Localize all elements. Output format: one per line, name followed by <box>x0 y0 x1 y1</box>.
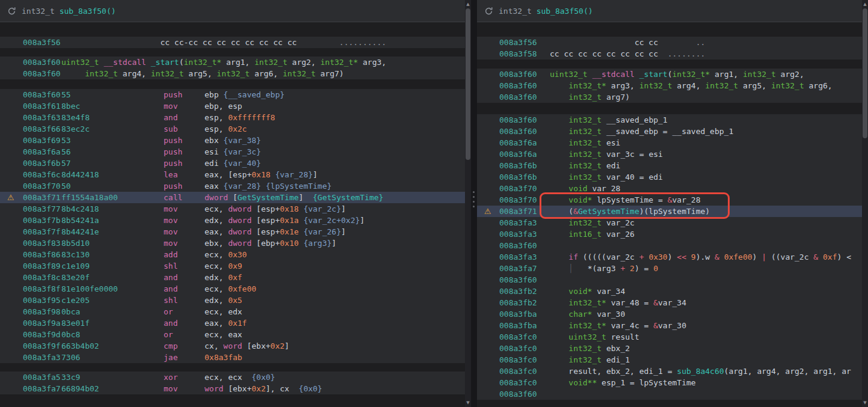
variable-token[interactable]: {arg3} <box>303 239 331 248</box>
address[interactable]: 008a3f95 <box>23 295 61 306</box>
scroll-up-arrow[interactable]: ▲ <box>465 1 471 8</box>
disasm-row[interactable]: 008a3f8f81e100fe0000andecx, 0xfe00 <box>0 283 471 295</box>
code-row[interactable]: 008a3f60 <box>477 388 868 400</box>
scroll-down-arrow[interactable]: ▼ <box>862 399 868 406</box>
address[interactable]: 008a3f6a <box>499 137 538 148</box>
disasm-row[interactable]: 008a3f7b8b54241amovedx, dword [esp+0x1a … <box>0 215 471 226</box>
code-row[interactable]: 008a3fc0 int32_t edi_1 <box>477 354 868 366</box>
code-row[interactable]: 008a3f6a int32_t esi <box>477 137 868 148</box>
address[interactable]: 008a3f6b <box>499 160 538 171</box>
address[interactable]: 008a3f60 <box>499 69 538 80</box>
address[interactable]: 008a3f70 <box>499 194 538 206</box>
disasm-row[interactable]: 008a3f980bcaorecx, edx <box>0 306 471 317</box>
address[interactable]: 008a3f60 <box>499 240 538 251</box>
address[interactable]: 008a3f83 <box>23 237 61 249</box>
disasm-row[interactable]: 008a3f7050pusheax {var_28} {lpSystemTime… <box>0 180 471 192</box>
mnemonic[interactable]: or <box>164 306 205 317</box>
disasm-row[interactable]: 008a3f6953pushebx {var_38} <box>0 135 471 146</box>
code-row[interactable]: 008a3f56 cc cc-cc cc cc cc cc cc cc cc .… <box>0 37 471 48</box>
disasm-row[interactable]: 008a3f9d0bc8orecx, eax <box>0 329 471 340</box>
disasm-row[interactable]: 008a3f6383e4f8andesp, 0xfffffff8 <box>0 112 471 123</box>
function-name[interactable]: sub_8a3f50() <box>60 7 116 16</box>
mnemonic[interactable]: shl <box>164 260 205 272</box>
address[interactable]: 008a3f70 <box>499 183 538 194</box>
address[interactable]: 008a3fa3 <box>499 251 538 263</box>
address[interactable]: 008a3fba <box>499 308 538 320</box>
variable-token[interactable]: {var_26} <box>303 227 341 236</box>
address[interactable]: 008a3fa3 <box>23 352 61 363</box>
variable-token[interactable]: {var_2c} <box>303 204 341 213</box>
mnemonic[interactable]: call <box>164 192 205 203</box>
mnemonic[interactable]: or <box>164 329 205 340</box>
address[interactable]: 008a3f6b <box>499 171 538 183</box>
scroll-thumb[interactable] <box>863 8 867 138</box>
scroll-down-arrow[interactable]: ▼ <box>465 399 471 406</box>
code-row[interactable]: 008a3f70 void var_28 <box>477 183 868 194</box>
address[interactable]: 008a3f63 <box>23 112 61 123</box>
disasm-row[interactable]: 008a3f6a56pushesi {var_3c} <box>0 146 471 158</box>
address[interactable]: 008a3f66 <box>23 123 61 135</box>
mnemonic[interactable]: cmp <box>164 340 205 352</box>
code-row[interactable]: 008a3f60 int32_t __saved_ebp_1 <box>477 114 868 126</box>
mnemonic[interactable]: mov <box>164 215 205 226</box>
code-row[interactable]: 008a3f60 <box>477 240 868 251</box>
mnemonic[interactable]: push <box>164 158 205 169</box>
code-row[interactable]: 008a3f70 void* lpSystemTime = &var_28 <box>477 194 868 206</box>
variable-token[interactable]: {var_38} <box>223 136 261 145</box>
variable-token[interactable]: {var_28} <box>223 182 261 191</box>
code-row[interactable]: 008a3fa3 if (((((var_2c + 0x30) << 9).w … <box>477 251 868 263</box>
panel-splitter[interactable] <box>471 0 477 407</box>
disasm-row[interactable]: 008a3f6c8d442418leaeax, [esp+0x18 {var_2… <box>0 169 471 180</box>
address[interactable]: 008a3f60 <box>499 91 538 103</box>
address[interactable]: 008a3f60 <box>499 80 538 91</box>
code-row[interactable]: 008a3fc0 result, ebx_2, edi_1 = sub_8a4c… <box>477 366 868 377</box>
address[interactable]: 008a3f56 <box>23 37 61 48</box>
address[interactable]: 008a3fa3 <box>499 228 538 240</box>
code-row[interactable]: 008a3fc0 int32_t ebx_2 <box>477 343 868 354</box>
address[interactable]: 008a3fc0 <box>499 377 538 388</box>
mnemonic[interactable]: and <box>164 283 205 295</box>
disassembly-scrollbar[interactable]: ▲ ▼ <box>465 0 471 407</box>
mnemonic[interactable]: and <box>164 317 205 329</box>
address[interactable]: 008a3f60 <box>499 274 538 286</box>
address[interactable]: 008a3f60 <box>499 126 538 137</box>
variable-token[interactable]: {var_28} <box>275 170 313 179</box>
code-row[interactable]: 008a3f60 int32_t arg7) <box>477 91 868 103</box>
disasm-row[interactable]: 008a3f778b4c2418movecx, dword [esp+0x18 … <box>0 203 471 215</box>
mnemonic[interactable]: push <box>164 135 205 146</box>
code-row[interactable]: 008a3f60 <box>477 274 868 286</box>
refresh-icon[interactable] <box>7 7 16 16</box>
mnemonic[interactable]: and <box>164 272 205 283</box>
symbol-token[interactable]: _start <box>639 70 668 79</box>
code-row[interactable]: 008a3f60uint32_t __stdcall _start(int32_… <box>477 69 868 80</box>
disasm-row[interactable]: 008a3fa766894b02movword [ebx+0x2], cx {0… <box>0 383 471 394</box>
code-row[interactable]: 008a3fa3 int32_t var_2c <box>477 217 868 228</box>
scroll-thumb[interactable] <box>466 8 470 160</box>
symbol-token[interactable]: {GetSystemTime} <box>313 193 383 202</box>
code-row[interactable]: 008a3f6a int32_t var_3c = esi <box>477 148 868 160</box>
disasm-row[interactable]: ⚠008a3f71ff1554a18a00calldword [GetSyste… <box>0 192 471 203</box>
function-name[interactable]: sub_8a3f50() <box>537 7 593 16</box>
address[interactable]: 008a3f98 <box>23 306 61 317</box>
code-row[interactable]: 008a3fc0 uint32_t result <box>477 331 868 343</box>
disasm-row[interactable]: 008a3f838b5d10movebx, dword [ebp+0x10 {a… <box>0 237 471 249</box>
decompiler-scrollbar[interactable]: ▲ ▼ <box>862 0 868 407</box>
code-row[interactable]: 008a3fba int32_t* var_4c = &var_30 <box>477 320 868 331</box>
disasm-row[interactable]: 008a3f89c1e109shlecx, 0x9 <box>0 260 471 272</box>
disasm-row[interactable]: 008a3f618becmovebp, esp <box>0 100 471 112</box>
mnemonic[interactable]: xor <box>164 372 205 383</box>
address[interactable]: 008a3f71 <box>23 192 61 203</box>
address[interactable]: 008a3f60 <box>499 388 538 400</box>
refresh-icon[interactable] <box>484 7 493 16</box>
address[interactable]: 008a3f89 <box>23 260 61 272</box>
splitter-grip-icon[interactable] <box>473 191 475 207</box>
address[interactable]: 008a3f60 <box>23 68 61 79</box>
address[interactable]: 008a3f60 <box>499 114 538 126</box>
address[interactable]: 008a3fb2 <box>499 297 538 308</box>
code-row[interactable]: ⚠008a3f71 (&GetSystemTime)(lpSystemTime) <box>477 206 868 217</box>
address[interactable]: 008a3f77 <box>23 203 61 215</box>
address[interactable]: 008a3f60 <box>23 89 61 100</box>
code-row[interactable]: 008a3f56 cc cc .. <box>477 37 868 48</box>
mnemonic[interactable]: and <box>164 112 205 123</box>
address[interactable]: 008a3fba <box>499 320 538 331</box>
